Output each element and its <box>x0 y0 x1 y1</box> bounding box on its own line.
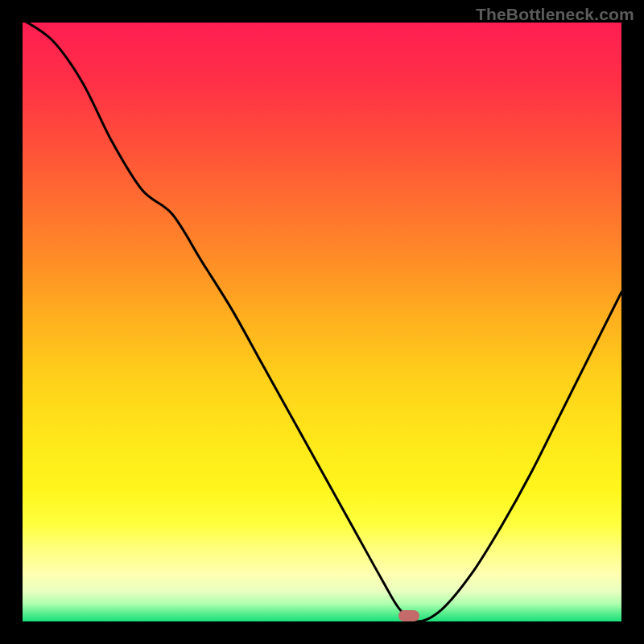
plot-area <box>23 23 621 621</box>
watermark-label: TheBottleneck.com <box>476 5 634 24</box>
optimal-marker <box>398 610 419 621</box>
gradient-background <box>23 23 621 621</box>
svg-rect-0 <box>23 23 621 621</box>
chart-frame: TheBottleneck.com <box>0 0 644 644</box>
